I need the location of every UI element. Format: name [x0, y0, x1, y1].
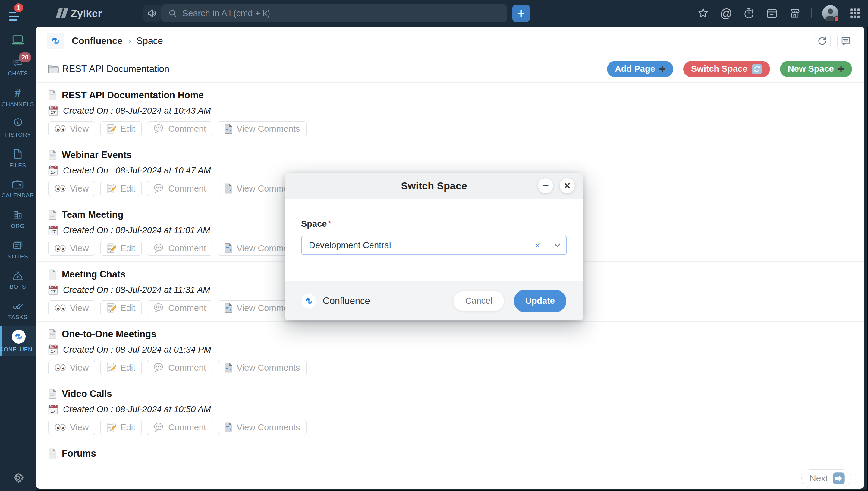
view-button[interactable]: View — [48, 300, 95, 315]
speech-balloon-icon — [153, 423, 164, 432]
comment-button[interactable]: Comment — [147, 420, 213, 435]
view-button[interactable]: View — [48, 181, 95, 196]
sidebar-item-devices[interactable] — [11, 34, 25, 46]
search-placeholder: Search in All (cmd + k) — [182, 8, 270, 19]
comment-button[interactable]: Comment — [147, 121, 213, 136]
view-button[interactable]: View — [48, 121, 95, 136]
refresh-square-icon — [751, 64, 762, 75]
sidebar-item-files[interactable]: FILES — [0, 143, 36, 174]
favorites-button[interactable] — [697, 7, 710, 20]
speaker-icon — [147, 7, 158, 19]
memo-pencil-icon — [107, 363, 116, 373]
view-comments-button[interactable]: View Comments — [218, 360, 307, 375]
sidebar-item-chats[interactable]: 20 CHATS — [0, 52, 36, 82]
switch-space-modal: Switch Space − × Space* Development Cent… — [285, 173, 583, 320]
view-comments-button[interactable]: View Comments — [218, 420, 307, 435]
page-title: One-to-One Meetings — [48, 328, 852, 340]
confluence-icon — [304, 296, 314, 306]
star-icon — [697, 7, 709, 19]
speech-balloon-icon — [153, 303, 164, 313]
view-comments-button[interactable]: View Comments — [218, 121, 307, 136]
refresh-icon — [817, 36, 828, 47]
space-select[interactable]: Development Central × — [301, 235, 567, 255]
breadcrumb-app[interactable]: Confluence — [72, 36, 123, 47]
notes-icon — [12, 240, 24, 251]
stopwatch-icon — [743, 7, 755, 19]
dropdown-toggle[interactable] — [548, 236, 566, 254]
page-title: Forums — [48, 447, 852, 460]
page-actions: View Edit Comment View Comments — [48, 121, 852, 136]
org-building-icon — [12, 209, 23, 220]
edit-button[interactable]: Edit — [100, 420, 142, 435]
close-button[interactable]: × — [560, 178, 575, 193]
plus-icon: + — [659, 64, 665, 75]
double-check-icon — [12, 301, 24, 311]
space-field-label: Space* — [301, 219, 567, 229]
memo-pencil-icon — [107, 303, 116, 313]
comment-button[interactable]: Comment — [147, 241, 213, 256]
page-actions: View Edit Comment View Comments — [48, 420, 852, 435]
marketplace-button[interactable] — [788, 7, 801, 20]
refresh-button[interactable] — [814, 33, 831, 50]
edit-button[interactable]: Edit — [100, 241, 142, 256]
events-button[interactable] — [766, 7, 778, 20]
page-title: Video Calls — [48, 388, 852, 400]
memo-pencil-icon — [107, 124, 116, 134]
sidebar-item-channels[interactable]: # CHANNELS — [0, 82, 36, 113]
edit-button[interactable]: Edit — [100, 181, 142, 196]
view-button[interactable]: View — [48, 420, 95, 435]
sidebar-item-history[interactable]: HISTORY — [0, 113, 36, 143]
grid-icon — [849, 7, 861, 20]
page-row: One-to-One Meetings Created On : 08-Jul-… — [36, 321, 864, 381]
speech-balloon-icon — [153, 243, 164, 253]
mentions-button[interactable]: @ — [720, 7, 733, 20]
page-row: Forums — [36, 441, 864, 460]
document-icon — [48, 389, 57, 399]
document-icon — [48, 329, 57, 339]
sidebar-item-calendar[interactable]: CALENDAR — [0, 174, 36, 204]
sidebar-item-bots[interactable]: BOTS — [0, 265, 36, 295]
announcements-button[interactable] — [144, 4, 161, 22]
switch-space-button[interactable]: Switch Space — [683, 61, 770, 77]
comment-button[interactable]: Comment — [147, 360, 213, 375]
search-input[interactable]: Search in All (cmd + k) — [161, 4, 507, 22]
view-button[interactable]: View — [48, 241, 95, 256]
minimize-button[interactable]: − — [538, 178, 553, 193]
apps-grid-button[interactable] — [849, 7, 861, 20]
user-avatar[interactable] — [822, 5, 838, 21]
add-page-button[interactable]: Add Page + — [607, 61, 673, 77]
space-select-value: Development Central — [302, 240, 535, 250]
sidebar-item-confluence[interactable]: CONFLUEN... — [0, 326, 36, 356]
hamburger-menu-button[interactable] — [9, 12, 21, 23]
eyes-icon — [55, 184, 66, 193]
reminders-button[interactable] — [743, 7, 755, 20]
document-comments-icon — [224, 363, 233, 373]
update-button[interactable]: Update — [514, 290, 566, 313]
memo-pencil-icon — [107, 422, 116, 432]
settings-button[interactable] — [11, 471, 24, 484]
speech-balloon-icon — [153, 124, 164, 134]
sidebar-item-tasks[interactable]: TASKS — [0, 295, 36, 326]
edit-button[interactable]: Edit — [100, 300, 142, 315]
sidebar-item-notes[interactable]: NOTES — [0, 235, 36, 265]
feedback-button[interactable] — [837, 33, 854, 50]
quick-create-button[interactable]: + — [513, 4, 530, 22]
modal-title: Switch Space — [401, 180, 467, 192]
edit-button[interactable]: Edit — [100, 121, 142, 136]
comment-button[interactable]: Comment — [147, 300, 213, 315]
calendar-icon — [766, 7, 778, 19]
brand-name: Zylker — [71, 7, 102, 19]
topbar-right-icons: @ — [697, 0, 861, 27]
next-page-button[interactable]: Next — [801, 469, 851, 487]
view-button[interactable]: View — [48, 360, 95, 375]
edit-button[interactable]: Edit — [100, 360, 142, 375]
new-space-button[interactable]: New Space + — [780, 61, 852, 77]
confluence-app-tile[interactable] — [47, 33, 64, 50]
modal-app-name: Confluence — [323, 295, 370, 307]
sidebar-item-org[interactable]: ORG — [0, 204, 36, 235]
document-icon — [48, 449, 57, 459]
comment-button[interactable]: Comment — [147, 181, 213, 196]
page-created: Created On : 08-Jul-2024 at 10:50 AM — [48, 404, 852, 415]
clear-selection-icon[interactable]: × — [535, 240, 540, 250]
cancel-button[interactable]: Cancel — [453, 291, 504, 311]
